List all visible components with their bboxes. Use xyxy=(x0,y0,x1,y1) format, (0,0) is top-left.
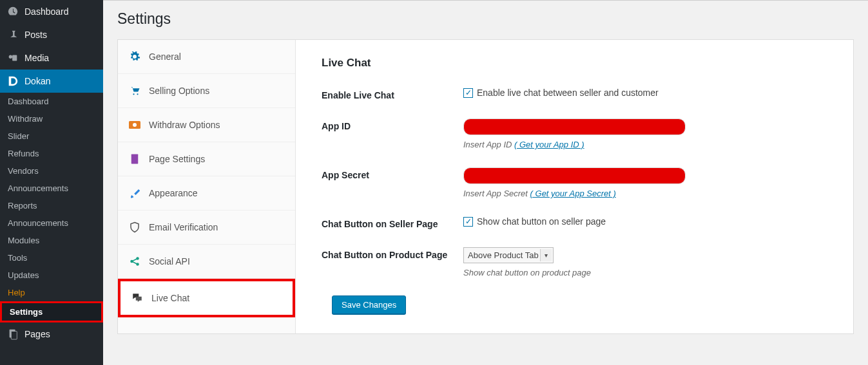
cart-icon xyxy=(128,84,141,97)
svg-point-0 xyxy=(9,55,12,59)
helper-app-secret: Insert App Secret ( Get your App Secret … xyxy=(463,189,827,198)
tab-social-api[interactable]: Social API xyxy=(118,245,295,279)
sidebar-sub-refunds[interactable]: Refunds xyxy=(0,145,103,162)
tab-label: Appearance xyxy=(149,188,198,198)
svg-rect-3 xyxy=(11,332,17,340)
content-area: Settings General Selling Options Withdra xyxy=(103,0,868,365)
tab-page-settings[interactable]: Page Settings xyxy=(118,142,295,176)
sidebar-item-dokan[interactable]: Dokan xyxy=(0,70,103,93)
label-app-secret: App Secret xyxy=(322,167,463,198)
money-icon xyxy=(128,118,141,131)
chat-icon xyxy=(131,292,144,304)
svg-rect-1 xyxy=(12,55,17,61)
select-value: Above Product Tab xyxy=(468,250,539,260)
sidebar-sub-slider[interactable]: Slider xyxy=(0,127,103,145)
dokan-icon xyxy=(6,75,19,88)
sidebar-sub-modules[interactable]: Modules xyxy=(0,232,103,249)
admin-sidebar: Dashboard Posts Media Dokan Dashboard Wi… xyxy=(0,0,103,365)
link-get-app-secret[interactable]: ( Get your App Secret ) xyxy=(530,189,616,198)
sidebar-sub-vendors[interactable]: Vendors xyxy=(0,162,103,180)
checkbox-enable-live-chat[interactable]: ✓ xyxy=(463,88,473,98)
pages-icon xyxy=(6,328,19,341)
label-app-id: App ID xyxy=(322,118,463,149)
page-title: Settings xyxy=(103,1,868,39)
share-icon xyxy=(128,255,141,268)
svg-point-5 xyxy=(137,93,138,95)
label-chat-product: Chat Button on Product Page xyxy=(322,247,463,277)
select-chat-product[interactable]: Above Product Tab ▾ xyxy=(463,247,554,263)
row-chat-seller: Chat Button on Seller Page ✓ Show chat b… xyxy=(322,216,827,229)
tab-email-verification[interactable]: Email Verification xyxy=(118,211,295,245)
tab-live-chat[interactable]: Live Chat xyxy=(118,279,295,317)
tab-selling-options[interactable]: Selling Options xyxy=(118,74,295,108)
helper-app-id: Insert App ID ( Get your App ID ) xyxy=(463,140,827,149)
label-enable-live-chat: Enable Live Chat xyxy=(322,88,463,100)
tab-label: Social API xyxy=(149,256,190,267)
svg-point-4 xyxy=(133,93,134,95)
sidebar-sub-settings[interactable]: Settings xyxy=(0,301,103,323)
row-chat-product: Chat Button on Product Page Above Produc… xyxy=(322,247,827,277)
tab-appearance[interactable]: Appearance xyxy=(118,176,295,211)
link-get-app-id[interactable]: ( Get your App ID ) xyxy=(514,140,584,149)
checkbox-chat-seller[interactable]: ✓ xyxy=(463,217,473,227)
gauge-icon xyxy=(6,5,19,18)
sidebar-sub-withdraw[interactable]: Withdraw xyxy=(0,110,103,127)
tab-general[interactable]: General xyxy=(118,40,295,74)
row-app-id: App ID Insert App ID ( Get your App ID ) xyxy=(322,118,827,149)
svg-rect-8 xyxy=(131,154,139,164)
sidebar-sub-announcements-2[interactable]: Announcements xyxy=(0,214,103,232)
sidebar-label: Media xyxy=(24,53,49,63)
tab-label: Withdraw Options xyxy=(149,120,220,130)
sidebar-item-media[interactable]: Media xyxy=(0,46,103,70)
sidebar-sub-tools[interactable]: Tools xyxy=(0,249,103,267)
label-chat-seller: Chat Button on Seller Page xyxy=(322,216,463,229)
sidebar-label: Dashboard xyxy=(24,6,69,17)
sidebar-sub-reports[interactable]: Reports xyxy=(0,197,103,214)
tab-label: Live Chat xyxy=(151,293,189,303)
sidebar-item-dashboard[interactable]: Dashboard xyxy=(0,0,103,23)
shield-icon xyxy=(128,221,141,234)
sidebar-sub-announcements-1[interactable]: Announcements xyxy=(0,180,103,197)
chevron-down-icon: ▾ xyxy=(540,249,552,261)
media-icon xyxy=(6,51,19,64)
pin-icon xyxy=(6,28,19,41)
sidebar-item-posts[interactable]: Posts xyxy=(0,23,103,46)
tab-label: Email Verification xyxy=(149,222,218,232)
helper-appsecret-text: Insert App Secret xyxy=(463,189,530,198)
helper-appid-text: Insert App ID xyxy=(463,140,514,149)
tab-label: Page Settings xyxy=(149,154,205,164)
sidebar-label: Dokan xyxy=(24,76,50,86)
svg-point-7 xyxy=(133,123,137,127)
gear-icon xyxy=(128,50,141,63)
panel-heading: Live Chat xyxy=(322,57,827,70)
sidebar-sub-updates[interactable]: Updates xyxy=(0,267,103,284)
page-icon xyxy=(128,153,141,165)
settings-tabs: General Selling Options Withdraw Options… xyxy=(118,40,296,333)
row-app-secret: App Secret Insert App Secret ( Get your … xyxy=(322,167,827,198)
helper-chat-product: Show chat button on product page xyxy=(463,268,827,277)
settings-panel: Live Chat Enable Live Chat ✓ Enable live… xyxy=(296,40,853,333)
save-changes-button[interactable]: Save Changes xyxy=(332,295,406,314)
text-chat-seller: Show chat button on seller page xyxy=(477,216,606,227)
sidebar-label: Pages xyxy=(24,329,50,339)
sidebar-label: Posts xyxy=(24,30,47,40)
brush-icon xyxy=(128,187,141,200)
row-enable-live-chat: Enable Live Chat ✓ Enable live chat betw… xyxy=(322,88,827,100)
sidebar-sub-dashboard[interactable]: Dashboard xyxy=(0,93,103,110)
tab-label: Selling Options xyxy=(149,86,209,96)
sidebar-sub-help[interactable]: Help xyxy=(0,284,103,301)
input-app-secret[interactable] xyxy=(463,167,686,184)
input-app-id[interactable] xyxy=(463,118,686,135)
tab-withdraw-options[interactable]: Withdraw Options xyxy=(118,108,295,142)
text-enable-live-chat: Enable live chat between seller and cust… xyxy=(477,88,659,98)
settings-container: General Selling Options Withdraw Options… xyxy=(117,39,854,334)
tab-label: General xyxy=(149,51,181,62)
sidebar-item-pages[interactable]: Pages xyxy=(0,323,103,346)
